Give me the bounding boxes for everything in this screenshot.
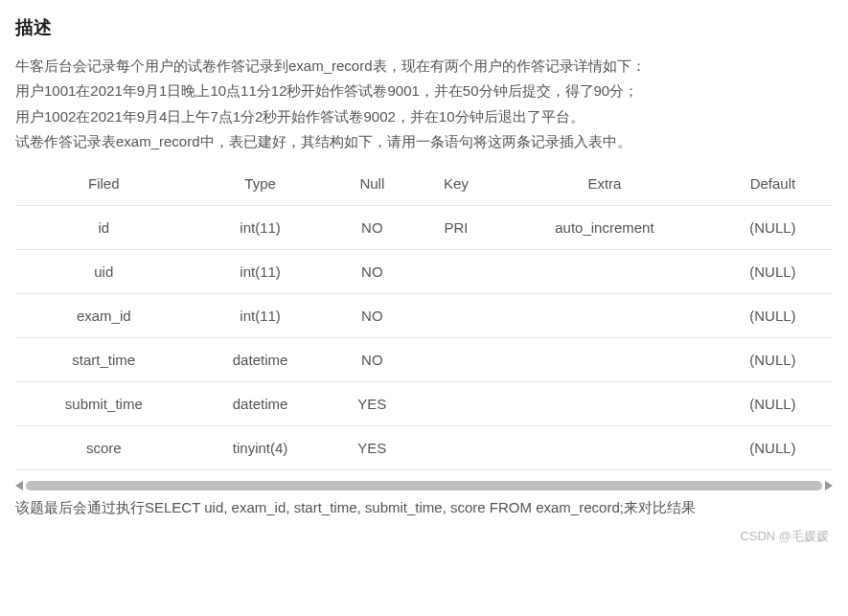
cell: PRI (416, 206, 496, 250)
cell: NO (329, 294, 417, 338)
table-row: submit_time datetime YES (NULL) (15, 382, 833, 426)
cell: (NULL) (713, 294, 833, 338)
col-header: Null (329, 162, 417, 206)
cell: auto_increment (496, 206, 713, 250)
cell (496, 382, 713, 426)
col-header: Extra (496, 162, 713, 206)
desc-line-3: 用户1002在2021年9月4日上午7点1分2秒开始作答试卷9002，并在10分… (15, 104, 833, 129)
col-header: Default (713, 162, 833, 206)
cell: (NULL) (713, 338, 833, 382)
desc-line-4: 试卷作答记录表exam_record中，表已建好，其结构如下，请用一条语句将这两… (15, 129, 833, 154)
cell: (NULL) (713, 250, 833, 294)
horizontal-scrollbar[interactable] (15, 480, 833, 491)
scrollbar-thumb[interactable] (26, 481, 822, 491)
cell: int(11) (193, 250, 329, 294)
cell: score (15, 426, 193, 470)
table-row: uid int(11) NO (NULL) (15, 250, 833, 294)
cell: NO (329, 338, 417, 382)
col-header: Type (193, 162, 329, 206)
cell (416, 250, 496, 294)
cell: YES (329, 426, 417, 470)
cell (496, 250, 713, 294)
col-header: Filed (15, 162, 193, 206)
scroll-left-icon[interactable] (15, 481, 23, 491)
cell: (NULL) (713, 426, 833, 470)
cell: NO (329, 206, 417, 250)
description-block: 牛客后台会记录每个用户的试卷作答记录到exam_record表，现在有两个用户的… (15, 54, 833, 154)
cell: exam_id (15, 294, 193, 338)
cell (496, 338, 713, 382)
desc-line-1: 牛客后台会记录每个用户的试卷作答记录到exam_record表，现在有两个用户的… (15, 54, 833, 79)
cell: id (15, 206, 193, 250)
table-row: start_time datetime NO (NULL) (15, 338, 833, 382)
cell: YES (329, 382, 417, 426)
cell: datetime (193, 338, 329, 382)
col-header: Key (416, 162, 496, 206)
table-scroll-container[interactable]: Filed Type Null Key Extra Default id int… (15, 162, 833, 478)
cell: start_time (15, 338, 193, 382)
watermark: CSDN @毛媛媛 (15, 528, 833, 545)
cell: submit_time (15, 382, 193, 426)
cell: (NULL) (713, 206, 833, 250)
desc-line-2: 用户1001在2021年9月1日晚上10点11分12秒开始作答试卷9001，并在… (15, 79, 833, 103)
cell (416, 338, 496, 382)
cell: (NULL) (713, 382, 833, 426)
schema-table: Filed Type Null Key Extra Default id int… (15, 162, 833, 470)
cell: NO (329, 250, 417, 294)
table-row: score tinyint(4) YES (NULL) (15, 426, 833, 470)
scroll-right-icon[interactable] (825, 481, 833, 491)
cell: tinyint(4) (193, 426, 329, 470)
footer-note: 该题最后会通过执行SELECT uid, exam_id, start_time… (15, 495, 833, 520)
cell: datetime (193, 382, 329, 426)
table-row: exam_id int(11) NO (NULL) (15, 294, 833, 338)
cell (416, 294, 496, 338)
table-header-row: Filed Type Null Key Extra Default (15, 162, 833, 206)
cell: int(11) (193, 294, 329, 338)
cell (416, 426, 496, 470)
cell (416, 382, 496, 426)
cell: int(11) (193, 206, 329, 250)
cell (496, 426, 713, 470)
cell: uid (15, 250, 193, 294)
section-title: 描述 (15, 15, 833, 40)
cell (496, 294, 713, 338)
table-row: id int(11) NO PRI auto_increment (NULL) (15, 206, 833, 250)
